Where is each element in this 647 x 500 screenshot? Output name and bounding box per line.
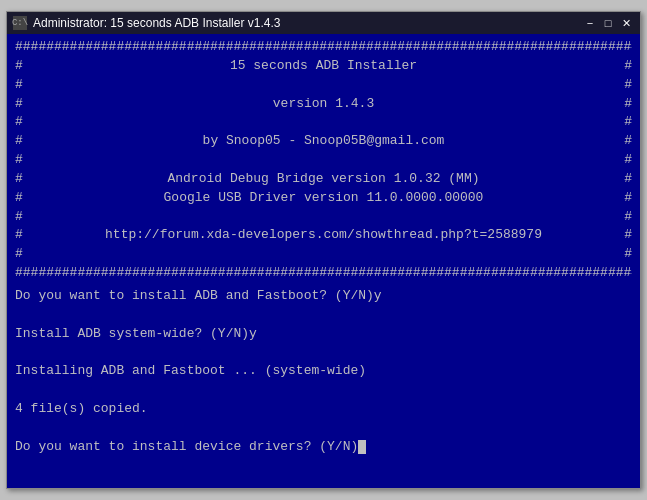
console-line-blank-4 xyxy=(15,419,632,438)
title-bar-buttons: − □ ✕ xyxy=(582,15,634,31)
header-content-2: version 1.4.3 xyxy=(23,95,624,114)
console-line-2: Install ADB system-wide? (Y/N)y xyxy=(15,325,632,344)
console-line-4: 4 file(s) copied. xyxy=(15,400,632,419)
console-line-blank-3 xyxy=(15,381,632,400)
close-button[interactable]: ✕ xyxy=(618,15,634,31)
header-line-2: # version 1.4.3 # xyxy=(15,95,632,114)
header-line-5: # Google USB Driver version 11.0.0000.00… xyxy=(15,189,632,208)
console-line-3: Installing ADB and Fastboot ... (system-… xyxy=(15,362,632,381)
header-content-6: http://forum.xda-developers.com/showthre… xyxy=(23,226,624,245)
title-bar-text: Administrator: 15 seconds ADB Installer … xyxy=(33,16,280,30)
top-hash-line: ########################################… xyxy=(15,38,632,57)
blank-hash-2: # # xyxy=(15,113,632,132)
header-line-1: # 15 seconds ADB Installer # xyxy=(15,57,632,76)
hash-l: # xyxy=(15,76,23,95)
console-line-blank-2 xyxy=(15,344,632,363)
cursor xyxy=(358,440,366,454)
blank-hash-4: # # xyxy=(15,208,632,227)
hash-left: # xyxy=(15,57,23,76)
title-bar-left: C:\ Administrator: 15 seconds ADB Instal… xyxy=(13,16,280,30)
header-line-4: # Android Debug Bridge version 1.0.32 (M… xyxy=(15,170,632,189)
title-bar: C:\ Administrator: 15 seconds ADB Instal… xyxy=(7,12,640,34)
header-content-4: Android Debug Bridge version 1.0.32 (MM) xyxy=(23,170,624,189)
window-icon: C:\ xyxy=(13,16,27,30)
header-content-1: 15 seconds ADB Installer xyxy=(23,57,624,76)
blank-hash-3: # # xyxy=(15,151,632,170)
header-line-6: # http://forum.xda-developers.com/showth… xyxy=(15,226,632,245)
blank-hash-1: # # xyxy=(15,76,632,95)
console-line-1: Do you want to install ADB and Fastboot?… xyxy=(15,287,632,306)
minimize-button[interactable]: − xyxy=(582,15,598,31)
maximize-button[interactable]: □ xyxy=(600,15,616,31)
console-line-5: Do you want to install device drivers? (… xyxy=(15,438,632,457)
bottom-hash-line: ########################################… xyxy=(15,264,632,283)
hash-r: # xyxy=(624,76,632,95)
header-line-3: # by Snoop05 - Snoop05B@gmail.com # xyxy=(15,132,632,151)
console-body: Do you want to install ADB and Fastboot?… xyxy=(15,287,632,457)
console-line-blank-1 xyxy=(15,306,632,325)
main-window: C:\ Administrator: 15 seconds ADB Instal… xyxy=(6,11,641,489)
blank-hash-5: # # xyxy=(15,245,632,264)
console-area: ########################################… xyxy=(7,34,640,488)
header-content-3: by Snoop05 - Snoop05B@gmail.com xyxy=(23,132,624,151)
header-content-5: Google USB Driver version 11.0.0000.0000… xyxy=(23,189,624,208)
hash-right: # xyxy=(624,57,632,76)
